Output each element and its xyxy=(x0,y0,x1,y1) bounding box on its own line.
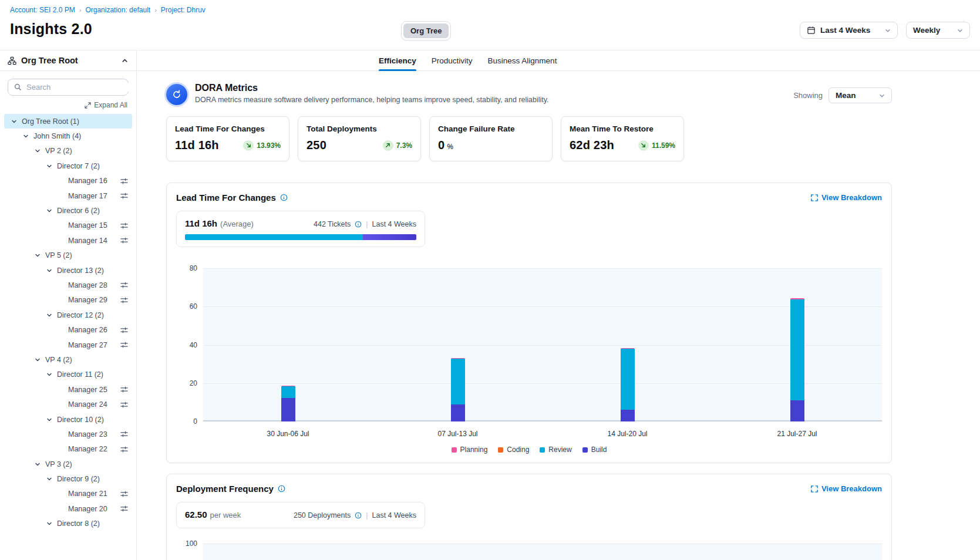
breadcrumb-link[interactable]: Project: Dhruv xyxy=(161,6,206,14)
sidebar-header[interactable]: Org Tree Root xyxy=(0,50,136,71)
legend-swatch xyxy=(540,447,545,453)
filters-icon[interactable] xyxy=(120,386,128,393)
lead-time-view-breakdown[interactable]: View Breakdown xyxy=(811,193,882,202)
tree-item[interactable]: Director 12 (2) xyxy=(4,308,132,322)
chevron-down-icon xyxy=(46,371,53,378)
trend-percent: 11.59% xyxy=(652,141,675,150)
dora-metric-card[interactable]: Change Failure Rate0% xyxy=(429,116,553,161)
tree-item-label: VP 3 (2) xyxy=(45,460,72,468)
breadcrumb-separator: › xyxy=(79,6,82,14)
info-icon[interactable] xyxy=(280,194,288,201)
legend-label: Review xyxy=(548,446,571,454)
date-range-select[interactable]: Last 4 Weeks xyxy=(800,22,898,39)
tree-item[interactable]: Director 13 (2) xyxy=(4,263,132,278)
tree-item[interactable]: Manager 23 xyxy=(4,427,132,441)
tree-item-label: Manager 26 xyxy=(68,326,107,334)
tab-productivity[interactable]: Productivity xyxy=(432,50,473,70)
tree-item[interactable]: Manager 14 xyxy=(4,233,132,248)
tree-item[interactable]: Manager 21 xyxy=(4,487,132,501)
chevron-down-icon xyxy=(46,416,53,423)
org-tree-button[interactable]: Org Tree xyxy=(401,21,451,41)
tree-item[interactable]: Org Tree Root (1) xyxy=(4,114,132,129)
main-panel: EfficiencyProductivityBusiness Alignment… xyxy=(137,50,980,560)
filters-icon[interactable] xyxy=(120,326,128,334)
filters-icon[interactable] xyxy=(120,401,128,409)
dora-cycle-icon xyxy=(166,84,187,105)
info-icon[interactable] xyxy=(355,221,362,228)
tree-item-label: Manager 17 xyxy=(68,192,107,200)
tree-item[interactable]: Manager 25 xyxy=(4,382,132,397)
tree-item[interactable]: Manager 15 xyxy=(4,218,132,233)
summary-range: Last 4 Weeks xyxy=(372,511,416,519)
y-axis: 100 xyxy=(176,544,203,560)
breadcrumb-link[interactable]: Organization: default xyxy=(85,6,150,14)
filters-icon[interactable] xyxy=(120,341,128,349)
showing-label: Showing xyxy=(793,91,823,100)
legend-item-planning[interactable]: Planning xyxy=(452,446,488,454)
tree-item[interactable]: VP 5 (2) xyxy=(4,248,132,263)
tree-item[interactable]: VP 4 (2) xyxy=(4,352,132,367)
filters-icon[interactable] xyxy=(120,177,128,185)
search-input[interactable] xyxy=(26,83,130,92)
collapse-chevron-up-icon[interactable] xyxy=(121,57,129,65)
lead-time-title: Lead Time For Changes xyxy=(176,193,276,203)
dora-metric-card[interactable]: Lead Time For Changes11d 16h13.93% xyxy=(166,116,289,161)
trend-badge: 13.93% xyxy=(243,140,281,151)
expand-all-label: Expand All xyxy=(94,101,127,109)
tree-item[interactable]: VP 3 (2) xyxy=(4,457,132,471)
filters-icon[interactable] xyxy=(120,430,128,438)
tree-item[interactable]: Director 11 (2) xyxy=(4,367,132,382)
breadcrumb-link[interactable]: Account: SEI 2.0 PM xyxy=(10,6,75,14)
tree-item[interactable]: Manager 17 xyxy=(4,188,132,203)
y-axis-tick-label: 40 xyxy=(190,341,197,349)
filters-icon[interactable] xyxy=(120,281,128,289)
filters-icon[interactable] xyxy=(120,505,128,512)
tab-efficiency[interactable]: Efficiency xyxy=(379,50,416,70)
info-icon[interactable] xyxy=(355,512,362,519)
x-axis-tick-label: 07 Jul-13 Jul xyxy=(437,430,477,438)
tree-item[interactable]: Manager 28 xyxy=(4,278,132,292)
tree-item[interactable]: Manager 22 xyxy=(4,442,132,457)
tree-item[interactable]: Director 9 (2) xyxy=(4,471,132,486)
tree-item[interactable]: Manager 20 xyxy=(4,501,132,516)
legend-item-build[interactable]: Build xyxy=(582,446,607,454)
chart-bar[interactable] xyxy=(790,298,804,421)
filters-icon[interactable] xyxy=(120,490,128,498)
tree-item[interactable]: Director 6 (2) xyxy=(4,203,132,218)
dora-metric-card[interactable]: Total Deployments2507.3% xyxy=(298,116,421,161)
chart-bar[interactable] xyxy=(621,348,635,421)
tab-business-alignment[interactable]: Business Alignment xyxy=(488,50,557,70)
filters-icon[interactable] xyxy=(120,192,128,200)
legend-item-review[interactable]: Review xyxy=(540,446,571,454)
tree-item[interactable]: Manager 16 xyxy=(4,174,132,188)
dora-metric-card[interactable]: Mean Time To Restore62d 23h11.59% xyxy=(561,116,684,161)
expand-all-button[interactable]: Expand All xyxy=(9,101,127,109)
expand-corners-icon xyxy=(811,485,818,492)
tree-item[interactable]: John Smith (4) xyxy=(4,129,132,143)
phase-bar-segment-build xyxy=(363,234,416,240)
tree-item[interactable]: Director 7 (2) xyxy=(4,158,132,173)
chart-bar[interactable] xyxy=(451,358,465,421)
y-axis-tick-label: 100 xyxy=(186,539,197,548)
chevron-down-icon xyxy=(46,475,53,483)
tree-item[interactable]: VP 2 (2) xyxy=(4,144,132,158)
granularity-select[interactable]: Weekly xyxy=(906,22,970,39)
tree-item[interactable]: Manager 24 xyxy=(4,397,132,411)
tree-item[interactable]: Director 10 (2) xyxy=(4,412,132,427)
filters-icon[interactable] xyxy=(120,237,128,244)
info-icon[interactable] xyxy=(278,485,285,492)
showing-select[interactable]: Mean xyxy=(829,87,892,103)
sidebar-search[interactable] xyxy=(8,79,129,96)
tree-item[interactable]: Director 8 (2) xyxy=(4,517,132,531)
tree-item[interactable]: Manager 26 xyxy=(4,322,132,337)
tree-item[interactable]: Manager 27 xyxy=(4,338,132,352)
deployment-view-breakdown[interactable]: View Breakdown xyxy=(811,484,882,493)
filters-icon[interactable] xyxy=(120,222,128,230)
page-header: Account: SEI 2.0 PM›Organization: defaul… xyxy=(0,0,980,50)
legend-item-coding[interactable]: Coding xyxy=(498,446,529,454)
filters-icon[interactable] xyxy=(120,446,128,453)
filters-icon[interactable] xyxy=(120,296,128,304)
tree-item[interactable]: Manager 29 xyxy=(4,293,132,308)
chart-bar[interactable] xyxy=(281,386,295,421)
deployment-summary-value: 62.50 xyxy=(185,510,207,519)
